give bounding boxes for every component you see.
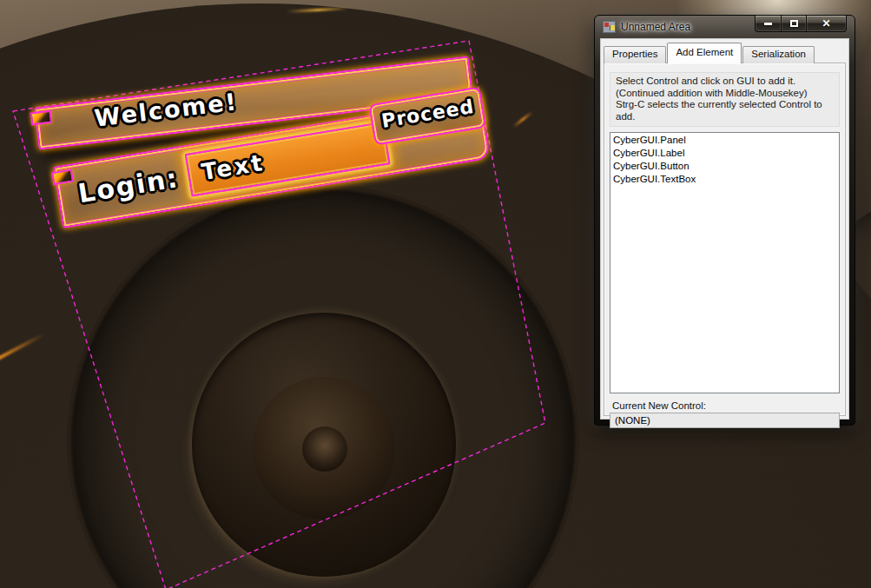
window-form-icon	[603, 21, 616, 33]
caption-button-group: ✕	[755, 16, 847, 32]
screenshot-stage: Welcome! Login: Text Proceed Unnamed Are…	[0, 0, 871, 588]
light-glint-left	[0, 333, 44, 362]
list-item-button[interactable]: CyberGUI.Button	[610, 160, 839, 173]
list-item-textbox[interactable]: CyberGUI.TextBox	[610, 173, 839, 186]
list-item-panel[interactable]: CyberGUI.Panel	[610, 134, 839, 147]
window-client-area: Properties Add Element Serialization Sel…	[600, 38, 849, 420]
current-new-control-label: Current New Control:	[612, 400, 845, 411]
close-button[interactable]: ✕	[807, 16, 847, 32]
instruction-line: (Continued addition with Middle-Mousekey…	[616, 88, 834, 100]
instructions-box: Select Control and click on GUI to add i…	[610, 72, 840, 127]
tab-add-element[interactable]: Add Element	[667, 43, 742, 63]
minimize-icon	[764, 23, 772, 25]
gui-login-textbox[interactable]: Text	[185, 122, 391, 197]
editor-window: Unnamed Area ✕ Properties Add Element Se…	[594, 15, 855, 426]
light-glint-mid	[512, 111, 533, 129]
add-element-tab-page: Select Control and click on GUI to add i…	[604, 63, 846, 416]
speaker-cone	[192, 313, 456, 577]
maximize-icon	[790, 20, 798, 27]
gui-textbox-value: Text	[200, 149, 267, 185]
window-title: Unnamed Area	[621, 21, 690, 33]
close-icon: ✕	[822, 18, 830, 29]
gui-welcome-label: Welcome!	[93, 88, 239, 131]
speaker-ring	[67, 185, 579, 588]
list-item-label[interactable]: CyberGUI.Label	[610, 147, 839, 160]
speaker-dome	[253, 377, 395, 519]
tab-strip: Properties Add Element Serialization	[601, 39, 848, 63]
minimize-button[interactable]	[755, 16, 782, 32]
panel-corner-marker-icon	[51, 169, 74, 186]
control-listbox[interactable]: CyberGUI.Panel CyberGUI.Label CyberGUI.B…	[610, 132, 840, 393]
speaker-dust-cap	[302, 426, 347, 472]
tab-serialization[interactable]: Serialization	[742, 46, 815, 63]
window-titlebar[interactable]: Unnamed Area ✕	[595, 16, 855, 38]
instruction-line: Select Control and click on GUI to add i…	[616, 76, 834, 88]
gui-proceed-label: Proceed	[379, 96, 475, 132]
light-glint-top	[287, 7, 349, 13]
instruction-line: Strg-C selects the currently selected Co…	[616, 99, 834, 122]
gui-login-label: Login:	[76, 162, 181, 208]
panel-corner-marker-icon	[30, 110, 53, 126]
current-new-control-field[interactable]: (NONE)	[610, 413, 840, 428]
tab-properties[interactable]: Properties	[604, 46, 666, 63]
maximize-button[interactable]	[782, 16, 807, 32]
